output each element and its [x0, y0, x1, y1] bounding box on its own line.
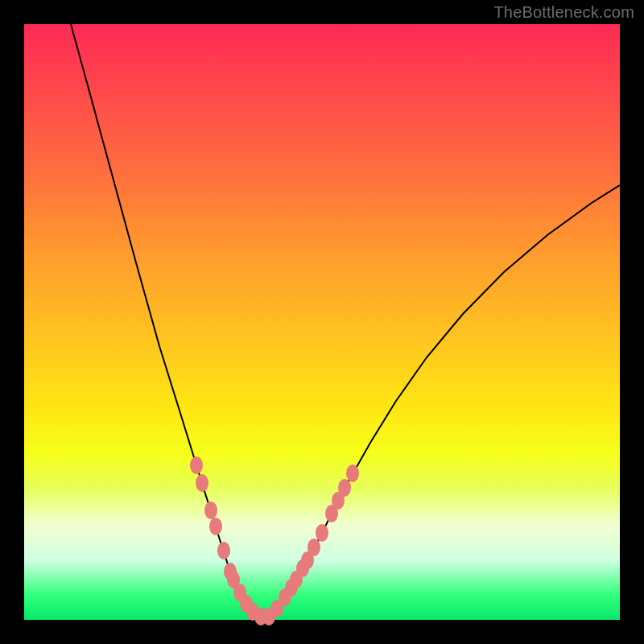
curve-right [267, 185, 620, 617]
data-dot [346, 464, 359, 482]
data-dot [209, 518, 222, 535]
data-dot [217, 542, 230, 559]
data-dot [196, 474, 208, 492]
watermark-text: TheBottleneck.com [493, 3, 634, 22]
data-dot [338, 479, 351, 497]
data-dot [204, 502, 217, 519]
data-dot [308, 539, 320, 556]
data-dot [190, 456, 203, 474]
data-dot [316, 524, 328, 542]
chart-svg [24, 24, 620, 620]
plot-area [24, 24, 620, 620]
curve-left [71, 24, 259, 617]
data-dots [190, 456, 359, 625]
